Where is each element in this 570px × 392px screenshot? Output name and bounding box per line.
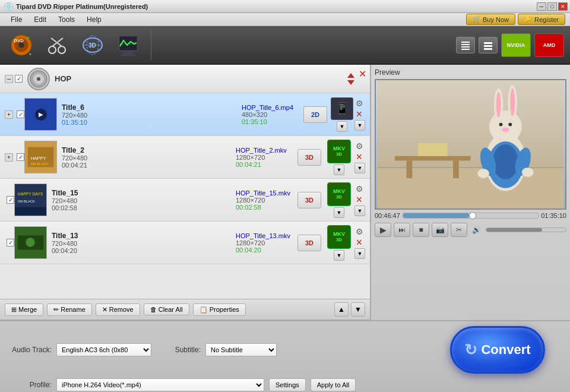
row-3-format-dd[interactable]: ▼ (334, 207, 344, 218)
app-title: Tipard DVD Ripper Platinum(Unregistered) (16, 3, 566, 10)
row-4-delete-icon[interactable]: ✕ (356, 238, 364, 247)
grid-view-button[interactable] (479, 37, 498, 53)
row-3-delete-icon[interactable]: ✕ (356, 195, 364, 204)
svg-text:HAPPY: HAPPY (31, 156, 46, 161)
row-4-checkbox[interactable] (7, 239, 14, 246)
merge-button[interactable]: ⊞ Merge (5, 304, 43, 316)
dvd-remove-icon[interactable]: ✕ (359, 68, 366, 80)
table-row[interactable]: HAPPY DAYS ON BLACK Title_15 720×480 00:… (0, 179, 370, 222)
scissors-icon (45, 33, 69, 57)
svg-text:ON BLACK: ON BLACK (18, 200, 35, 203)
rename-icon: ✏ (53, 306, 59, 314)
maximize-button[interactable]: □ (547, 2, 557, 11)
title-bar: 💿 Tipard DVD Ripper Platinum(Unregistere… (0, 0, 570, 13)
settings-button[interactable]: Settings (269, 378, 306, 391)
table-row[interactable]: Title_13 720×480 00:04:20 HOP_Title_13.m… (0, 222, 370, 264)
time-slider[interactable] (403, 213, 539, 219)
trim-button[interactable] (42, 31, 72, 59)
row-2-format-dd[interactable]: ▼ (334, 165, 344, 175)
row-1-delete-icon[interactable]: ✕ (356, 109, 364, 119)
move-down-button[interactable]: ▼ (351, 302, 365, 317)
row-4-format-dd[interactable]: ▼ (334, 250, 344, 261)
total-time: 01:35:10 (541, 212, 566, 219)
row-3-format-badge[interactable]: MKV 3D (327, 182, 351, 206)
row-4-mode-btn[interactable]: 3D (297, 235, 321, 251)
row-1-format-icon[interactable]: 📱 (331, 97, 353, 120)
row-3-checkbox[interactable] (7, 196, 14, 204)
row-3-dd-arrow[interactable]: ▼ (354, 206, 365, 216)
dvd-load-button[interactable]: DVD + (6, 31, 37, 59)
row-2-delete-icon[interactable]: ✕ (356, 152, 364, 162)
row-1-thumb: ▶ (24, 98, 57, 131)
file-list[interactable]: ─ HOP ✕ + (0, 65, 370, 299)
svg-marker-30 (347, 73, 354, 78)
svg-rect-62 (407, 160, 413, 178)
snapshot-button[interactable]: 📷 (432, 223, 448, 237)
profile-select[interactable]: iPhone H.264 Video(*.mp4) (56, 378, 264, 391)
effect-button[interactable] (113, 31, 144, 59)
minimize-button[interactable]: ─ (537, 2, 546, 11)
menu-file[interactable]: File (5, 14, 28, 25)
row-3-settings-icon[interactable]: ⚙ (356, 184, 364, 194)
clear-all-button[interactable]: 🗑 Clear All (144, 304, 189, 315)
table-row[interactable]: + HAPPY ON BLACK Title_2 720×480 00:04:2… (0, 136, 370, 179)
svg-point-47 (489, 110, 522, 143)
3d-button[interactable]: 3D (77, 31, 108, 59)
main-toolbar: DVD + 3D (0, 26, 570, 65)
table-row[interactable]: + ▶ Title_6 720×480 01:35:10 HOP_Title_6… (0, 93, 370, 136)
dvd-header: ─ HOP ✕ (0, 65, 370, 93)
dvd-scroll-arrows (346, 71, 356, 87)
svg-point-59 (477, 169, 489, 178)
svg-rect-20 (461, 42, 470, 43)
volume-slider[interactable] (486, 227, 566, 232)
svg-rect-44 (377, 167, 563, 208)
close-button[interactable]: ✕ (558, 2, 568, 11)
row-1-mode-btn[interactable]: 2D (303, 106, 327, 123)
convert-button[interactable]: ↻ Convert (450, 326, 545, 374)
apply-to-all-button[interactable]: Apply to All (311, 378, 356, 391)
row-4-format-badge[interactable]: MKV 3D (327, 225, 351, 249)
row-1-checkbox[interactable] (17, 110, 24, 118)
row-2-checkbox[interactable] (17, 153, 24, 161)
clip-button[interactable]: ✂ (451, 223, 467, 237)
subtitle-select[interactable]: No Subtitle (205, 343, 277, 356)
dvd-checkbox[interactable] (15, 75, 23, 83)
row-2-format-badge[interactable]: MKV 3D (327, 140, 351, 163)
menu-edit[interactable]: Edit (28, 14, 52, 25)
clear-icon: 🗑 (150, 306, 157, 313)
current-time: 00:46:47 (375, 212, 400, 219)
svg-rect-21 (461, 44, 470, 45)
svg-rect-39 (15, 207, 46, 216)
menu-help[interactable]: Help (81, 14, 107, 25)
row-1-format-dd[interactable]: ▼ (337, 121, 347, 132)
dvd-icon: DVD + (10, 33, 33, 57)
row-2-dd-arrow[interactable]: ▼ (354, 163, 365, 173)
row-1-settings-icon[interactable]: ⚙ (356, 99, 364, 108)
audio-track-select[interactable]: English AC3 6ch (0x80 (56, 343, 151, 356)
properties-button[interactable]: 📋 Properties (193, 304, 246, 316)
play-button[interactable]: ▶ (375, 223, 391, 237)
register-button[interactable]: 🔑 Register (518, 14, 565, 25)
row-2-settings-icon[interactable]: ⚙ (356, 141, 364, 151)
main-content: ─ HOP ✕ + (0, 65, 570, 320)
expand-row-1[interactable]: + (5, 110, 13, 119)
rename-button[interactable]: ✏ Rename (47, 304, 92, 316)
expand-row-2[interactable]: + (5, 153, 13, 162)
profile-row: Profile: iPhone H.264 Video(*.mp4) Setti… (7, 378, 563, 391)
buy-now-button[interactable]: 🛒 Buy Now (466, 14, 515, 25)
play-overlay: ▶ (35, 109, 47, 121)
row-2-mode-btn[interactable]: 3D (297, 149, 321, 166)
row-3-mode-btn[interactable]: 3D (297, 192, 321, 208)
svg-rect-63 (453, 160, 459, 178)
stop-button[interactable]: ■ (413, 223, 429, 237)
row-1-dd-arrow[interactable]: ▼ (354, 120, 365, 131)
row-4-settings-icon[interactable]: ⚙ (356, 227, 364, 236)
move-up-button[interactable]: ▲ (334, 302, 349, 317)
row-4-dd-arrow[interactable]: ▼ (354, 248, 365, 259)
remove-button[interactable]: ✕ Remove (96, 304, 140, 316)
svg-rect-61 (395, 156, 471, 161)
list-view-button[interactable] (456, 37, 475, 53)
collapse-button[interactable]: ─ (5, 75, 13, 83)
next-frame-button[interactable]: ⏭ (394, 223, 410, 237)
menu-tools[interactable]: Tools (52, 14, 81, 25)
